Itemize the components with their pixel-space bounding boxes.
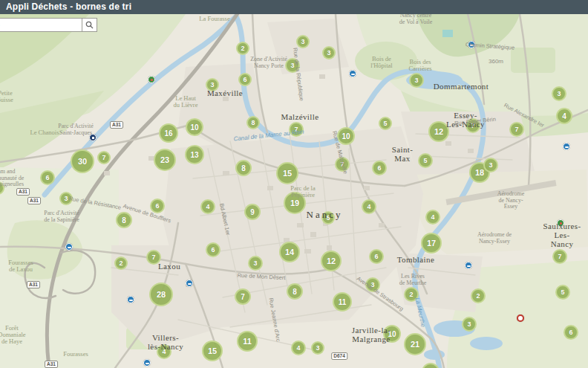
- area-label: Aérodrome deNancy-Essey: [477, 232, 512, 245]
- cluster-marker[interactable]: 21: [404, 333, 426, 355]
- cluster-marker[interactable]: 3: [206, 78, 219, 91]
- cluster-marker[interactable]: 4: [425, 210, 440, 225]
- cluster-marker[interactable]: 28: [149, 283, 173, 306]
- area-label: ForêtDomanialede Haye: [0, 325, 26, 345]
- cluster-marker[interactable]: 15: [202, 340, 223, 361]
- cluster-marker[interactable]: 13: [185, 145, 204, 164]
- transport-poi-icon: [89, 134, 97, 141]
- cluster-marker[interactable]: 15: [276, 162, 298, 184]
- cluster-marker[interactable]: 7: [146, 250, 161, 265]
- cluster-marker[interactable]: 30: [71, 149, 94, 173]
- road-shield: A31: [16, 188, 30, 196]
- cluster-marker[interactable]: 6: [369, 249, 384, 264]
- cluster-marker[interactable]: 4: [556, 108, 572, 124]
- cluster-marker[interactable]: 7: [509, 122, 524, 137]
- cluster-marker[interactable]: 5: [321, 211, 335, 225]
- app-title: Appli Déchets - bornes de tri: [0, 0, 588, 14]
- cluster-marker[interactable]: 3: [483, 158, 498, 172]
- area-label: Le Chanois: [30, 129, 59, 136]
- cluster-marker[interactable]: 6: [40, 170, 55, 185]
- cluster-marker[interactable]: 3: [552, 86, 566, 101]
- cluster-marker[interactable]: 3: [462, 317, 477, 332]
- area-label: Fourasses: [63, 351, 88, 358]
- road-label: Rue de la République: [292, 48, 305, 102]
- green-poi-icon: [557, 219, 564, 227]
- town-label: Malzéville: [281, 112, 318, 121]
- cluster-marker[interactable]: 7: [235, 288, 251, 305]
- cluster-marker[interactable]: 8: [287, 283, 303, 300]
- road-shield: A31: [27, 197, 41, 204]
- cluster-marker[interactable]: 4: [200, 199, 215, 214]
- cluster-marker[interactable]: 16: [159, 123, 178, 143]
- area-label: La Fourasse: [199, 16, 229, 22]
- area-label: Aérodromede Nancy-Essey: [497, 191, 524, 210]
- cluster-marker[interactable]: [0, 181, 4, 195]
- road-label: Avenue de Strasbourg: [356, 275, 405, 312]
- area-label: Nancy centrede Vol à Voile: [399, 13, 433, 25]
- cluster-marker[interactable]: 3: [285, 58, 300, 73]
- cluster-marker[interactable]: 6: [238, 73, 252, 86]
- town-label: Saint-Max: [392, 145, 414, 163]
- cluster-marker[interactable]: 3: [409, 73, 424, 88]
- cluster-marker[interactable]: 19: [284, 192, 306, 214]
- cluster-marker[interactable]: [422, 363, 440, 368]
- cluster-marker[interactable]: 3: [59, 192, 73, 205]
- cluster-marker[interactable]: 2: [471, 288, 486, 303]
- cluster-marker[interactable]: 14: [279, 242, 300, 262]
- cluster-marker[interactable]: 6: [150, 198, 165, 213]
- cluster-marker[interactable]: 23: [154, 149, 176, 171]
- area-label: Parc d'Activitéde la Sapinière: [44, 210, 79, 223]
- cluster-marker[interactable]: 7: [97, 151, 111, 164]
- cluster-marker[interactable]: 17: [421, 233, 442, 254]
- cluster-marker[interactable]: 5: [379, 117, 392, 130]
- search-icon: [85, 21, 94, 29]
- cluster-marker[interactable]: 10: [337, 127, 355, 145]
- cluster-marker[interactable]: 7: [552, 249, 567, 264]
- cluster-marker[interactable]: 3: [296, 35, 310, 48]
- cluster-marker[interactable]: 8: [246, 116, 260, 129]
- cluster-marker[interactable]: 4: [362, 199, 376, 214]
- area-label: Bois del'Hôpital: [370, 56, 392, 69]
- road-label: Rue de la Résistance: [68, 195, 122, 210]
- map-canvas[interactable]: 2333633348710512771610231330763688157649…: [0, 0, 588, 368]
- cluster-marker[interactable]: 3: [365, 277, 380, 292]
- leisure-poi-icon: [143, 359, 151, 367]
- search-button[interactable]: [82, 18, 97, 32]
- app-window: 2333633348710512771610231330763688157649…: [0, 0, 588, 368]
- cluster-marker[interactable]: 10: [383, 325, 401, 343]
- cluster-marker[interactable]: 4: [291, 340, 306, 355]
- water-label: La Meurthe: [414, 297, 426, 327]
- elevation-label: 360m: [489, 58, 503, 65]
- cluster-marker[interactable]: 10: [186, 118, 203, 136]
- cluster-marker[interactable]: 5: [418, 153, 433, 168]
- cluster-marker[interactable]: 5: [555, 285, 570, 300]
- cluster-marker[interactable]: 11: [237, 331, 258, 352]
- cluster-marker[interactable]: 7: [289, 122, 304, 137]
- leisure-poi-icon: [65, 243, 73, 251]
- search-input[interactable]: [0, 18, 82, 32]
- town-label: Dommartemont: [434, 82, 489, 91]
- cluster-marker[interactable]: 12: [428, 121, 449, 142]
- cluster-marker[interactable]: 11: [333, 292, 352, 311]
- cluster-marker[interactable]: 2: [236, 42, 249, 55]
- road-label: Rue de Mon Désert: [237, 272, 285, 281]
- cluster-marker[interactable]: 9: [244, 204, 261, 220]
- cluster-marker[interactable]: 4: [157, 344, 172, 359]
- cluster-marker[interactable]: 6: [372, 161, 387, 175]
- cluster-marker[interactable]: 3: [311, 341, 324, 355]
- cluster-marker[interactable]: 3: [322, 46, 336, 59]
- cluster-marker[interactable]: 7: [335, 157, 350, 172]
- leisure-poi-icon: [468, 41, 475, 48]
- cluster-marker[interactable]: 8: [235, 160, 252, 176]
- cluster-marker[interactable]: 8: [116, 212, 132, 228]
- area-label: Zone d'ActivitéNancy Porte: [250, 57, 287, 69]
- cluster-marker[interactable]: 6: [564, 325, 578, 340]
- road-label: Rue Jeanne d'Arc: [267, 297, 281, 342]
- cluster-marker[interactable]: 6: [206, 242, 220, 257]
- area-label: Bois desCarrières: [408, 59, 431, 72]
- cluster-marker[interactable]: 2: [114, 256, 128, 270]
- cluster-marker[interactable]: 3: [248, 256, 263, 271]
- cluster-marker[interactable]: 7: [466, 118, 480, 133]
- cluster-marker[interactable]: 12: [321, 251, 342, 271]
- cluster-marker[interactable]: 2: [404, 287, 419, 302]
